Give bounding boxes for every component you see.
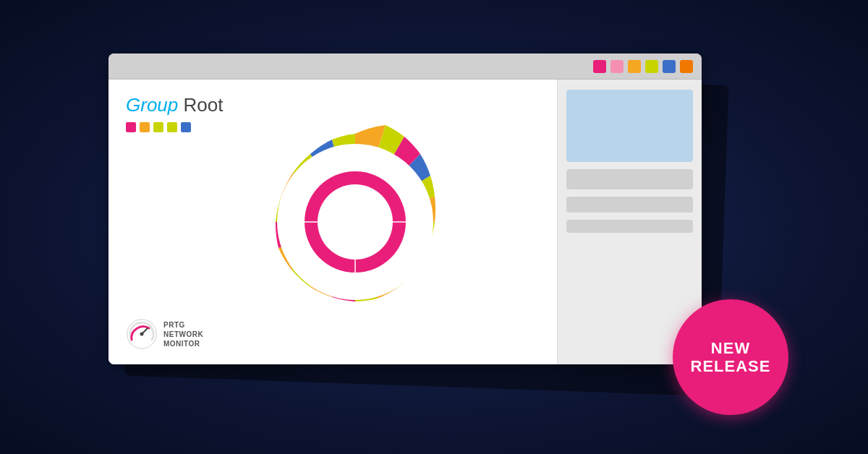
sidebar-gray-block-1 xyxy=(566,169,693,189)
legend-dot-lime xyxy=(153,122,163,132)
titlebar-dot-lime xyxy=(645,60,658,73)
sidebar-blue-block xyxy=(566,90,693,162)
titlebar-dot-orange xyxy=(680,60,693,73)
titlebar-dot-yellow xyxy=(628,60,641,73)
titlebar xyxy=(109,53,702,80)
center-hole xyxy=(318,184,393,260)
new-release-badge: NEW RELEASE xyxy=(673,299,788,415)
new-release-line2: RELEASE xyxy=(691,357,771,375)
prtg-logo-text: PRTG NETWORK MONITOR xyxy=(163,320,203,348)
sidebar-gray-block-2 xyxy=(566,197,693,213)
scene: Group Root xyxy=(109,53,760,401)
prtg-logo: PRTG NETWORK MONITOR xyxy=(126,318,203,350)
titlebar-dot-blue xyxy=(663,60,676,73)
prtg-gauge-icon xyxy=(126,318,158,350)
content-area: Group Root xyxy=(109,80,702,364)
legend-dot-lime2 xyxy=(167,122,177,132)
titlebar-dot-light-pink xyxy=(610,60,624,73)
legend-dot-orange xyxy=(140,122,150,132)
sunburst-chart xyxy=(247,113,464,330)
legend-dot-blue xyxy=(181,122,191,132)
legend-dot-pink xyxy=(126,122,136,132)
new-release-line1: NEW xyxy=(711,339,750,357)
titlebar-dot-pink xyxy=(593,60,606,73)
svg-point-11 xyxy=(140,333,144,336)
chart-container xyxy=(247,113,464,330)
group-word: Group xyxy=(126,94,178,116)
sidebar-gray-block-3 xyxy=(566,220,693,233)
sidebar xyxy=(557,80,702,364)
main-panel: Group Root xyxy=(109,80,557,364)
root-word: Root xyxy=(178,94,223,116)
app-window: Group Root xyxy=(109,53,702,364)
